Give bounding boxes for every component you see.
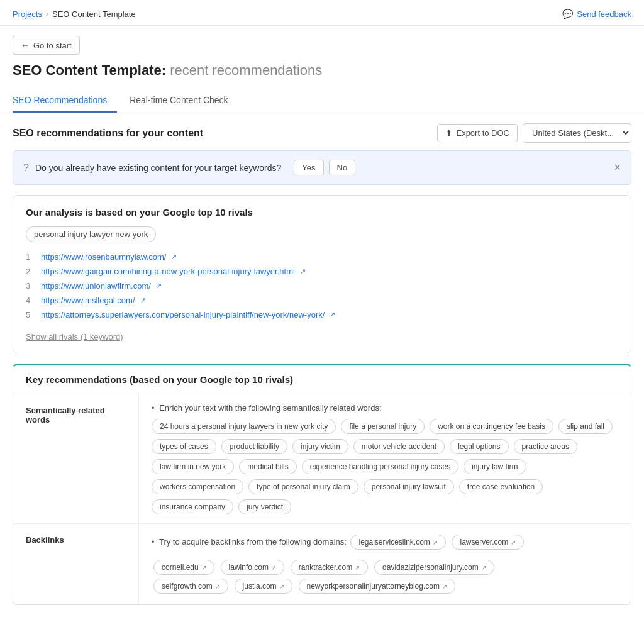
arrow-left-icon: ← (21, 40, 30, 50)
rivals-list: 1 https://www.rosenbaumnylaw.com/ ↗ 2 ht… (26, 250, 618, 322)
semantically-related-intro: • Enrich your text with the following se… (152, 403, 618, 413)
rival-item: 3 https://www.unionlawfirm.com/ ↗ (26, 279, 618, 293)
section-header-row: SEO recommendations for your content ⬆ E… (13, 123, 631, 143)
section-actions: ⬆ Export to DOC United States (Deskt... … (437, 123, 631, 143)
export-label: Export to DOC (456, 128, 509, 138)
key-recommendations-card: Key recommendations (based on your Googl… (13, 364, 631, 605)
external-link-icon-2: ↗ (300, 267, 306, 275)
semantic-tag: injury victim (292, 439, 348, 454)
send-feedback-label: Send feedback (577, 9, 631, 19)
backlink-tag[interactable]: justia.com ↗ (235, 579, 292, 594)
backlinks-label: Backlinks (13, 524, 139, 604)
semantically-related-content: • Enrich your text with the following se… (139, 394, 631, 523)
backlink-tag[interactable]: davidazizipersonalinjury.com ↗ (374, 560, 494, 575)
show-all-rivals-link[interactable]: Show all rivals (1 keyword) (26, 332, 123, 341)
rival-link-1[interactable]: https://www.rosenbaumnylaw.com/ (41, 252, 166, 262)
semantic-tag: law firm in new york (152, 459, 234, 474)
ext-link-icon: ↗ (271, 564, 276, 571)
rivals-card: Our analysis is based on your Google top… (13, 195, 631, 353)
semantic-tag: motor vehicle accident (353, 439, 445, 454)
rival-item: 1 https://www.rosenbaumnylaw.com/ ↗ (26, 250, 618, 264)
info-banner-left: ? Do you already have existing content f… (23, 160, 355, 175)
semantic-tag: types of cases (152, 439, 216, 454)
backlink-tag[interactable]: newyorkpersonalinjuryattorneyblog.com ↗ (299, 579, 455, 594)
backlink-tag[interactable]: legalserviceslink.com ↗ (350, 535, 445, 550)
close-button[interactable]: × (614, 161, 621, 174)
backlinks-content: • Try to acquire backlinks from the foll… (139, 524, 631, 604)
semantic-tag: medical bills (239, 459, 296, 474)
ext-link-icon: ↗ (433, 539, 438, 546)
semantic-tags-container: 24 hours a personal injury lawyers in ne… (152, 419, 618, 514)
tab-realtime-content[interactable]: Real-time Content Check (130, 89, 238, 113)
backlinks-row: Backlinks • Try to acquire backlinks fro… (13, 524, 631, 604)
breadcrumb: Projects › SEO Content Template (13, 9, 136, 19)
rival-link-4[interactable]: https://www.msllegal.com/ (41, 296, 135, 305)
page-title: SEO Content Template: recent recommendat… (13, 62, 631, 79)
feedback-icon: 💬 (562, 9, 573, 19)
semantic-tag: practice areas (514, 439, 577, 454)
semantic-tag: experience handling personal injury case… (302, 459, 458, 474)
info-banner: ? Do you already have existing content f… (13, 150, 631, 185)
rival-link-2[interactable]: https://www.gairgair.com/hiring-a-new-yo… (41, 267, 295, 276)
tab-seo-recommendations[interactable]: SEO Recommendations (13, 89, 117, 113)
backlinks-tags-container: cornell.edu ↗ lawinfo.com ↗ ranktracker.… (152, 558, 618, 596)
backlink-tag[interactable]: selfgrowth.com ↗ (153, 579, 228, 594)
semantic-tag: personal injury lawsuit (364, 479, 454, 494)
semantic-tag: legal options (450, 439, 508, 454)
rival-link-3[interactable]: https://www.unionlawfirm.com/ (41, 281, 151, 291)
page-title-main: SEO Content Template: (13, 62, 166, 78)
semantic-tag: product liability (221, 439, 287, 454)
rival-item: 2 https://www.gairgair.com/hiring-a-new-… (26, 264, 618, 279)
semantic-tag: free case evaluation (459, 479, 543, 494)
semantic-tag: workers compensation (152, 479, 243, 494)
export-icon: ⬆ (445, 128, 452, 138)
go-to-start-button[interactable]: ← Go to start (13, 36, 80, 55)
backlink-tag[interactable]: cornell.edu ↗ (153, 560, 214, 575)
backlink-tag[interactable]: lawserver.com ↗ (452, 535, 524, 550)
section-main-title: SEO recommendations for your content (13, 128, 203, 139)
breadcrumb-projects[interactable]: Projects (13, 9, 42, 19)
tabs-container: SEO Recommendations Real-time Content Ch… (0, 89, 644, 113)
ext-link-icon: ↗ (481, 564, 486, 571)
info-question-icon: ? (23, 162, 29, 174)
external-link-icon-1: ↗ (171, 253, 177, 261)
ext-link-icon: ↗ (355, 564, 360, 571)
rivals-keyword-tag: personal injury lawyer new york (26, 226, 156, 242)
external-link-icon-5: ↗ (330, 311, 335, 319)
yes-no-buttons: Yes No (294, 160, 355, 175)
rival-link-5[interactable]: https://attorneys.superlawyers.com/perso… (41, 310, 325, 319)
semantically-related-row: Semantically related words • Enrich your… (13, 394, 631, 524)
location-select[interactable]: United States (Deskt... United Kingdom C… (523, 123, 631, 143)
ext-link-icon: ↗ (511, 539, 516, 546)
go-to-start-label: Go to start (33, 41, 72, 50)
semantic-tag: jury verdict (238, 499, 291, 514)
semantic-tag: file a personal injury (341, 419, 425, 434)
ext-link-icon: ↗ (201, 564, 206, 571)
info-banner-text: Do you already have existing content for… (35, 163, 281, 173)
export-to-doc-button[interactable]: ⬆ Export to DOC (437, 124, 518, 142)
rivals-card-title: Our analysis is based on your Google top… (26, 207, 618, 218)
semantic-tag: type of personal injury claim (248, 479, 358, 494)
no-button[interactable]: No (329, 160, 356, 175)
top-nav: Projects › SEO Content Template 💬 Send f… (0, 0, 644, 26)
breadcrumb-current: SEO Content Template (52, 9, 136, 19)
yes-button[interactable]: Yes (294, 160, 323, 175)
external-link-icon-3: ↗ (156, 282, 162, 290)
rival-item: 4 https://www.msllegal.com/ ↗ (26, 293, 618, 308)
breadcrumb-separator: › (46, 9, 48, 18)
semantic-tag: injury law firm (464, 459, 526, 474)
send-feedback-button[interactable]: 💬 Send feedback (562, 9, 631, 19)
main-content: SEO recommendations for your content ⬆ E… (0, 113, 644, 625)
semantic-tag: insurance company (152, 499, 233, 514)
key-rec-title: Key recommendations (based on your Googl… (13, 365, 631, 394)
ext-link-icon: ↗ (215, 583, 220, 590)
semantic-tag: 24 hours a personal injury lawyers in ne… (152, 419, 336, 434)
ext-link-icon: ↗ (442, 583, 447, 590)
semantic-tag: slip and fall (558, 419, 613, 434)
external-link-icon-4: ↗ (140, 296, 146, 304)
backlink-tag[interactable]: lawinfo.com ↗ (221, 560, 284, 575)
backlink-tag[interactable]: ranktracker.com ↗ (291, 560, 368, 575)
ext-link-icon: ↗ (279, 583, 284, 590)
page-header: ← Go to start SEO Content Template: rece… (0, 26, 644, 79)
semantic-tag: work on a contingency fee basis (430, 419, 553, 434)
